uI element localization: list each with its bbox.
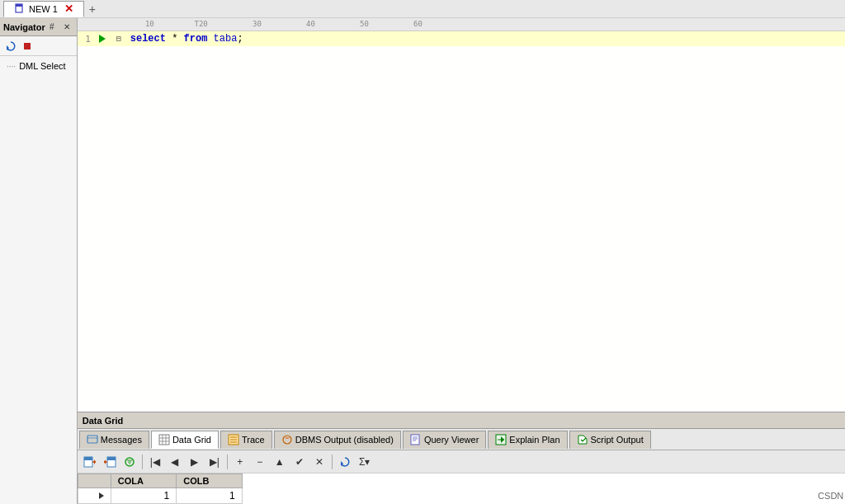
dbms-icon bbox=[281, 434, 293, 445]
cell-colb-1[interactable]: 1 bbox=[177, 488, 243, 504]
bottom-panel: Data Grid Messages bbox=[78, 412, 845, 504]
tab-data-grid-label: Data Grid bbox=[172, 435, 211, 445]
delete-row-button[interactable]: − bbox=[251, 453, 269, 471]
navigator-toolbar bbox=[0, 36, 77, 56]
messages-icon bbox=[87, 434, 98, 445]
tab-close-icon[interactable]: ✕ bbox=[64, 2, 73, 15]
tab-query-label: Query Viewer bbox=[424, 435, 479, 445]
line-gutter-1 bbox=[94, 35, 111, 43]
rollback-button[interactable]: ✕ bbox=[310, 453, 328, 471]
script-icon bbox=[577, 434, 588, 445]
expand-gutter-1: ⊟ bbox=[111, 34, 127, 44]
grid-table-container[interactable]: COLA COLB 1 1 bbox=[78, 473, 845, 504]
grid-header-row: COLA COLB bbox=[78, 474, 242, 488]
row-indicator-1 bbox=[78, 488, 111, 504]
data-grid-header-label: Data Grid bbox=[83, 416, 124, 426]
toolbar-sep-2 bbox=[227, 455, 228, 469]
main-layout: Navigator # ✕ ···· DML Select bbox=[0, 18, 845, 504]
watermark: CSDN @encode("utf-8") bbox=[818, 491, 845, 501]
sum-button[interactable]: Σ▾ bbox=[356, 453, 374, 471]
toolbar-sep-1 bbox=[142, 455, 143, 469]
svg-marker-30 bbox=[104, 459, 106, 464]
tab-script-label: Script Output bbox=[591, 435, 644, 445]
svg-rect-4 bbox=[87, 436, 97, 443]
export-csv-button[interactable] bbox=[81, 453, 99, 471]
top-tabbar: NEW 1 ✕ + bbox=[0, 0, 845, 18]
sql-editor-area: 10 T20 30 40 50 60 1 ⊟ sele bbox=[78, 18, 845, 412]
navigator-close-button[interactable]: ✕ bbox=[60, 21, 73, 34]
row-indicator-header bbox=[78, 474, 111, 488]
prev-row-button[interactable]: ◀ bbox=[166, 453, 184, 471]
tree-dots: ···· bbox=[7, 62, 16, 71]
navigator-controls: # ✕ bbox=[45, 21, 73, 34]
line-number-1: 1 bbox=[78, 34, 94, 45]
svg-rect-28 bbox=[107, 457, 116, 460]
move-up-button[interactable]: ▲ bbox=[271, 453, 289, 471]
export-csv-icon bbox=[83, 455, 97, 469]
navigator-title: Navigator bbox=[3, 22, 45, 32]
table-row: 1 1 bbox=[78, 488, 242, 504]
play-button[interactable]: ▶ bbox=[186, 453, 204, 471]
tab-explain-plan[interactable]: Explain Plan bbox=[488, 431, 567, 449]
grid-table: COLA COLB 1 1 bbox=[78, 473, 243, 504]
svg-rect-6 bbox=[159, 435, 169, 445]
tab-script-output[interactable]: Script Output bbox=[569, 431, 651, 449]
data-toolbar: |◀ ◀ ▶ ▶| + − ▲ ✔ ✕ Σ▾ bbox=[78, 450, 845, 473]
tree-item-dml-select[interactable]: ···· DML Select bbox=[0, 59, 77, 73]
tab-data-grid[interactable]: Data Grid bbox=[151, 431, 219, 449]
navigator-header: Navigator # ✕ bbox=[0, 18, 77, 36]
cell-cola-1[interactable]: 1 bbox=[111, 488, 177, 504]
query-icon bbox=[410, 434, 422, 445]
sql-line-1: 1 ⊟ select * from taba; bbox=[78, 31, 845, 46]
right-pane: 10 T20 30 40 50 60 1 ⊟ sele bbox=[78, 18, 845, 504]
data-tabs: Messages Data Grid bbox=[78, 429, 845, 450]
tab-trace[interactable]: Trace bbox=[220, 431, 272, 449]
explain-icon bbox=[495, 434, 507, 445]
add-tab-button[interactable]: + bbox=[86, 2, 99, 16]
import-icon bbox=[103, 455, 116, 469]
run-arrow-icon bbox=[99, 35, 106, 43]
stop-icon bbox=[21, 40, 33, 52]
navigator-panel: Navigator # ✕ ···· DML Select bbox=[0, 18, 78, 504]
trace-icon bbox=[228, 434, 239, 445]
tab-dbms[interactable]: DBMS Output (disabled) bbox=[274, 431, 401, 449]
svg-rect-24 bbox=[84, 457, 92, 460]
col-header-colb: COLB bbox=[177, 474, 243, 488]
svg-marker-26 bbox=[94, 459, 96, 464]
sql-editor[interactable]: 1 ⊟ select * from taba; bbox=[78, 31, 845, 412]
svg-rect-1 bbox=[16, 4, 22, 7]
tab-messages[interactable]: Messages bbox=[79, 431, 149, 449]
toolbar-sep-3 bbox=[332, 455, 333, 469]
last-row-button[interactable]: ▶| bbox=[205, 453, 224, 471]
col-header-cola: COLA bbox=[111, 474, 177, 488]
sql-code-1[interactable]: select * from taba; bbox=[127, 33, 243, 45]
tab-explain-label: Explain Plan bbox=[509, 435, 559, 445]
first-row-button[interactable]: |◀ bbox=[146, 453, 164, 471]
svg-rect-3 bbox=[24, 43, 31, 49]
data-grid-icon bbox=[158, 434, 170, 445]
stop-button[interactable] bbox=[20, 39, 35, 54]
tab-messages-label: Messages bbox=[101, 435, 142, 445]
svg-point-15 bbox=[283, 436, 291, 444]
file-icon bbox=[14, 3, 26, 15]
filter-button[interactable] bbox=[120, 453, 139, 471]
navigator-tree: ···· DML Select bbox=[0, 56, 77, 504]
tab-trace-label: Trace bbox=[242, 435, 265, 445]
tab-new1[interactable]: NEW 1 ✕ bbox=[3, 1, 84, 17]
svg-rect-16 bbox=[411, 435, 419, 445]
commit-button[interactable]: ✔ bbox=[290, 453, 309, 471]
import-button[interactable] bbox=[101, 453, 119, 471]
refresh-data-button[interactable] bbox=[336, 453, 354, 471]
tree-item-label: DML Select bbox=[19, 61, 65, 71]
refresh-button[interactable] bbox=[3, 39, 18, 54]
add-row-button[interactable]: + bbox=[231, 453, 249, 471]
expand-icon[interactable]: ⊟ bbox=[116, 34, 121, 44]
data-grid-header: Data Grid bbox=[78, 412, 845, 429]
ruler: 10 T20 30 40 50 60 bbox=[78, 18, 845, 31]
refresh-data-icon bbox=[339, 456, 351, 468]
tab-query-viewer[interactable]: Query Viewer bbox=[403, 431, 486, 449]
navigator-pin-button[interactable]: # bbox=[45, 21, 59, 34]
row-arrow-icon bbox=[99, 492, 104, 499]
filter-icon bbox=[123, 455, 136, 469]
ruler-marks: 10 T20 30 40 50 60 bbox=[101, 20, 422, 28]
